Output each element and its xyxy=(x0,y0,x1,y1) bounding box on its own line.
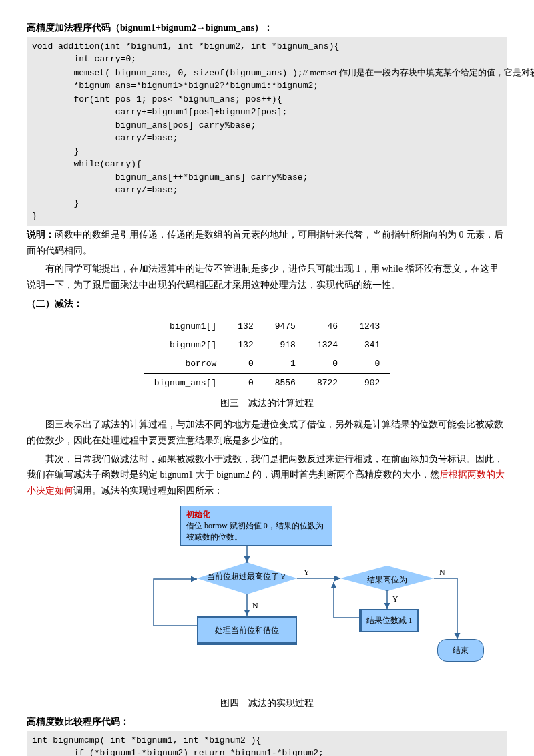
paragraph-2: 图三表示出了减法的计算过程，与加法不同的地方是进位变成了借位，另外就是计算结果的… xyxy=(27,417,507,449)
code-line: memset( bignum_ans, 0, sizeof(bignum_ans… xyxy=(32,68,303,78)
cell: 8722 xyxy=(306,374,348,393)
label-n1: N xyxy=(252,599,258,612)
code-compare: int bignumcmp( int *bignum1, int *bignum… xyxy=(27,731,507,756)
flow-init-body: 借位 borrow 赋初始值 0，结果的位数为被减数的位数。 xyxy=(186,521,324,542)
flowchart: 初始化借位 borrow 赋初始值 0，结果的位数为被减数的位数。 当前位超过最… xyxy=(33,506,501,693)
heading-addition: 高精度加法程序代码（bignum1+bignum2→bignum_ans）： xyxy=(27,20,507,36)
code-addition: void addition(int *bignum1, int *bignum2… xyxy=(27,37,507,226)
subtraction-table: bignum1[]1329475461243 bignum2[]13291813… xyxy=(27,317,507,411)
flow-init-box: 初始化借位 borrow 赋初始值 0，结果的位数为被减数的位数。 xyxy=(180,506,332,546)
code-comment: // memset 作用是在一段内存块中填充某个给定的值，它是对较大的结构体或数… xyxy=(303,67,534,77)
text: 其次，日常我们做减法时，如果被减数小于减数，我们是把两数反过来进行相减，在前面添… xyxy=(27,454,503,480)
flow-process-1: 处理当前位和借位 xyxy=(197,616,297,645)
flow-init-title: 初始化 xyxy=(186,510,210,519)
note: 说明：函数中的数组是引用传递，传递的是数组的首元素的地址，可用指针来代替，当前指… xyxy=(27,227,507,259)
cell: 9475 xyxy=(264,317,306,336)
note-text: 函数中的数组是引用传递，传递的是数组的首元素的地址，可用指针来代替，当前指针所指… xyxy=(27,230,503,256)
flow-end: 结束 xyxy=(437,639,484,662)
label-n2: N xyxy=(439,566,445,579)
cell: 0 xyxy=(227,374,264,393)
cell: 902 xyxy=(348,374,390,393)
code-line: int carry=0; xyxy=(32,54,136,64)
code-line: } xyxy=(32,198,79,208)
code-line: void addition(int *bignum1, int *bignum2… xyxy=(32,41,339,51)
flow-decision-2: 结果高位为 xyxy=(340,566,434,591)
cell: 132 xyxy=(227,317,264,336)
heading-compare: 高精度数比较程序代码： xyxy=(27,714,507,730)
code-line: while(carry){ xyxy=(32,159,142,169)
figure4-caption: 图四 减法的实现过程 xyxy=(27,695,507,711)
paragraph-1: 有的同学可能提出，在加法运算中的进位不管进制是多少，进位只可能出现 1，用 wh… xyxy=(27,261,507,293)
code-line: } xyxy=(32,211,37,221)
code-line: bignum_ans[pos]=carry%base; xyxy=(32,120,256,130)
flow-process-2: 结果位数减 1 xyxy=(359,609,419,632)
figure3-caption: 图三 减法的计算过程 xyxy=(27,395,507,411)
code-line: carry/=base; xyxy=(32,133,178,143)
cell: bignum_ans[] xyxy=(144,374,228,393)
cell: 1243 xyxy=(348,317,390,336)
code-line: } xyxy=(32,146,79,156)
label-y2: Y xyxy=(392,592,398,606)
cell: 1 xyxy=(264,355,306,374)
table-row: bignum1[]1329475461243 xyxy=(144,317,391,336)
cell: bignum2[] xyxy=(144,336,228,355)
cell: 1324 xyxy=(306,336,348,355)
flow-decision-1: 当前位超过最高位了？ xyxy=(197,562,297,594)
code-line: carry+=bignum1[pos]+bignum2[pos]; xyxy=(32,107,287,117)
cell: bignum1[] xyxy=(144,317,228,336)
code-line: bignum_ans[++*bignum_ans]=carry%base; xyxy=(32,172,308,182)
cell: 918 xyxy=(264,336,306,355)
cell: 8556 xyxy=(264,374,306,393)
label-y1: Y xyxy=(304,566,310,579)
heading-subtraction: （二）减法： xyxy=(27,296,507,312)
cell: 132 xyxy=(227,336,264,355)
cell: 0 xyxy=(348,355,390,374)
cell: borrow xyxy=(144,355,228,374)
cell: 0 xyxy=(227,355,264,374)
text: 调用。减法的实现过程如图四所示： xyxy=(73,486,223,496)
code-line: for(int pos=1; pos<=*bignum_ans; pos++){ xyxy=(32,94,282,104)
code-line: if (*bignum1-*bignum2) return *bignum1-*… xyxy=(32,748,324,756)
cell: 0 xyxy=(306,355,348,374)
note-label: 说明： xyxy=(27,230,55,240)
code-line: int bignumcmp( int *bignum1, int *bignum… xyxy=(32,735,261,745)
code-line: carry/=base; xyxy=(32,185,178,195)
table-row: bignum_ans[]085568722902 xyxy=(144,374,391,393)
cell: 341 xyxy=(348,336,390,355)
cell: 46 xyxy=(306,317,348,336)
table-row: borrow0100 xyxy=(144,355,391,374)
paragraph-3: 其次，日常我们做减法时，如果被减数小于减数，我们是把两数反过来进行相减，在前面添… xyxy=(27,451,507,499)
table-row: bignum2[]1329181324341 xyxy=(144,336,391,355)
code-line: *bignum_ans=*bignum1>*bignu2?*bignum1:*b… xyxy=(32,81,318,91)
